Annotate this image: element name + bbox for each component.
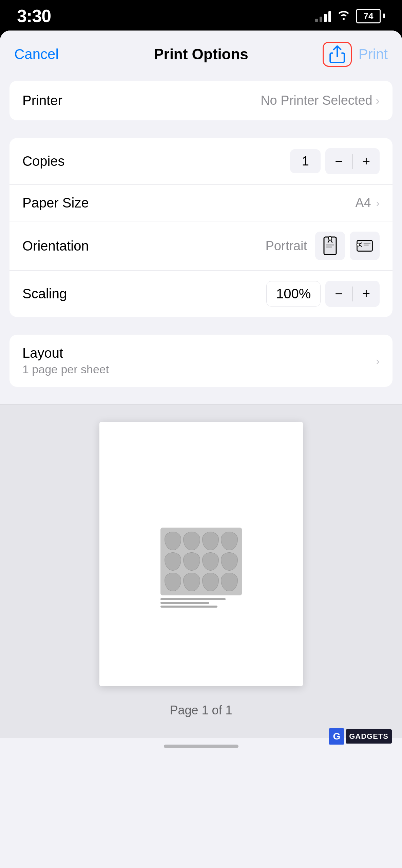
printer-card: Printer No Printer Selected › [9, 81, 393, 120]
watermark-text: GADGETS [346, 729, 392, 744]
orientation-buttons [315, 232, 380, 260]
scaling-decrement-button[interactable]: − [325, 281, 352, 307]
copies-decrement-button[interactable]: − [325, 148, 352, 174]
page-preview [99, 422, 303, 686]
blister-bubble [165, 573, 181, 591]
share-button[interactable] [328, 45, 346, 63]
share-icon [328, 45, 346, 63]
watermark: G GADGETS [329, 728, 392, 745]
printer-value: No Printer Selected › [261, 93, 380, 108]
blister-text-lines [160, 598, 242, 608]
nav-bar: Cancel Print Options Print [0, 31, 402, 75]
scaling-controls: 100% − + [266, 281, 380, 307]
signal-bar-1 [315, 19, 318, 22]
svg-rect-2 [326, 244, 334, 245]
paper-size-row[interactable]: Paper Size A4 › [9, 185, 393, 221]
layout-sublabel: 1 page per sheet [22, 363, 109, 376]
status-bar: 3:30 74 [0, 0, 402, 31]
blister-bubble [202, 573, 219, 591]
page-indicator: Page 1 of 1 [170, 703, 232, 717]
orientation-controls: Portrait [266, 232, 380, 260]
copies-value: 1 [290, 149, 321, 173]
printer-chevron-icon: › [376, 94, 380, 107]
signal-bar-2 [320, 17, 322, 22]
scaling-label: Scaling [22, 286, 67, 301]
blister-bubble [183, 573, 200, 591]
orientation-label: Orientation [22, 238, 89, 254]
preview-section: Page 1 of 1 [0, 405, 402, 738]
blister-bubble [202, 532, 219, 550]
printer-row[interactable]: Printer No Printer Selected › [9, 81, 393, 120]
print-button[interactable]: Print [359, 46, 388, 62]
bottom-bar: G GADGETS [0, 738, 402, 758]
copies-row: Copies 1 − + [9, 138, 393, 185]
signal-bar-3 [324, 14, 327, 22]
printer-label: Printer [22, 93, 62, 108]
svg-rect-7 [364, 245, 369, 246]
page-title: Print Options [154, 46, 248, 63]
portrait-button[interactable] [315, 232, 345, 260]
paper-size-chevron-icon: › [376, 196, 380, 210]
blister-bubble [221, 573, 238, 591]
layout-text: Layout 1 page per sheet [22, 346, 109, 376]
share-button-highlight [323, 42, 352, 67]
settings-card: Copies 1 − + Paper Size A4 › Orientation [9, 138, 393, 317]
layout-chevron-icon: › [376, 354, 380, 368]
portrait-icon [321, 236, 339, 256]
blister-bubble [221, 552, 238, 571]
landscape-button[interactable] [350, 232, 380, 260]
scaling-row: Scaling 100% − + [9, 271, 393, 317]
blister-bubble [183, 552, 200, 571]
layout-row[interactable]: Layout 1 page per sheet › [9, 335, 393, 387]
wifi-icon [337, 9, 351, 23]
layout-label: Layout [22, 346, 109, 361]
copies-controls: 1 − + [290, 148, 380, 174]
svg-point-5 [357, 243, 360, 246]
scaling-value: 100% [266, 281, 321, 307]
scaling-stepper: − + [325, 281, 380, 307]
blister-bubble [183, 532, 200, 550]
paper-size-value: A4 [355, 196, 371, 210]
status-icons: 74 [315, 9, 385, 23]
printer-status: No Printer Selected [261, 93, 372, 108]
status-time: 3:30 [17, 6, 51, 26]
copies-stepper: − + [325, 148, 380, 174]
svg-point-1 [328, 237, 332, 240]
blister-pack-image [160, 528, 242, 595]
paper-size-value-group: A4 › [355, 196, 380, 210]
battery-tip [383, 14, 385, 18]
orientation-row: Orientation Portrait [9, 221, 393, 271]
blister-bubble [221, 532, 238, 550]
signal-icon [315, 10, 331, 22]
blister-bubble [165, 532, 181, 550]
signal-bar-4 [328, 11, 331, 22]
cancel-button[interactable]: Cancel [14, 46, 59, 62]
svg-rect-3 [326, 246, 332, 248]
orientation-value: Portrait [266, 239, 307, 253]
battery-box: 74 [356, 9, 381, 23]
layout-card[interactable]: Layout 1 page per sheet › [9, 335, 393, 387]
watermark-g: G [329, 728, 344, 745]
blister-bubble [165, 552, 181, 571]
copies-increment-button[interactable]: + [353, 148, 380, 174]
print-options-sheet: Cancel Print Options Print Printer No Pr… [0, 31, 402, 868]
copies-label: Copies [22, 154, 65, 169]
paper-size-label: Paper Size [22, 195, 89, 211]
battery-indicator: 74 [356, 9, 385, 23]
landscape-icon [356, 236, 374, 256]
svg-rect-6 [364, 243, 371, 244]
nav-right-actions: Print [323, 42, 388, 67]
blister-bubble [202, 552, 219, 571]
scaling-increment-button[interactable]: + [353, 281, 380, 307]
home-indicator [164, 745, 238, 748]
